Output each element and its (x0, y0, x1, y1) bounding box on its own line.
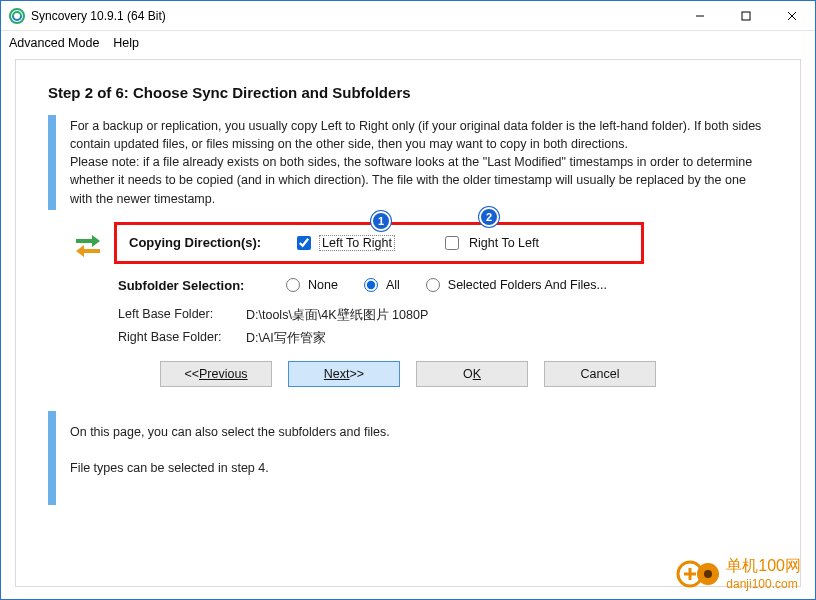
left-to-right-checkbox[interactable] (297, 236, 311, 250)
sync-arrows-icon (72, 227, 104, 259)
subfolder-all-radio[interactable] (364, 278, 378, 292)
step-title: Step 2 of 6: Choose Sync Direction and S… (48, 84, 768, 101)
maximize-button[interactable] (723, 1, 769, 31)
watermark-brand: 单机100网 (726, 556, 801, 577)
direction-row: 1 2 Copying Direction(s): Left To Right … (48, 222, 768, 264)
bottom-info-text: On this page, you can also select the su… (70, 411, 390, 505)
info-text: For a backup or replication, you usually… (70, 115, 768, 210)
wizard-panel: Step 2 of 6: Choose Sync Direction and S… (15, 59, 801, 587)
watermark-logo-icon (676, 558, 720, 590)
subfolder-row: Subfolder Selection: None All Selected F… (118, 278, 768, 293)
menu-help[interactable]: Help (113, 36, 139, 50)
subfolder-selected-label[interactable]: Selected Folders And Files... (448, 278, 607, 292)
minimize-button[interactable] (677, 1, 723, 31)
watermark-url: danji100.com (726, 577, 801, 591)
right-path-label: Right Base Folder: (118, 330, 246, 347)
close-button[interactable] (769, 1, 815, 31)
left-path-value: D:\tools\桌面\4K壁纸图片 1080P (246, 307, 428, 324)
annotation-badge-1: 1 (371, 211, 391, 231)
right-path-value: D:\AI写作管家 (246, 330, 326, 347)
left-to-right-label[interactable]: Left To Right (319, 235, 395, 251)
window-title: Syncovery 10.9.1 (64 Bit) (31, 9, 677, 23)
subfolder-none-label[interactable]: None (308, 278, 338, 292)
subfolder-none-radio[interactable] (286, 278, 300, 292)
direction-label: Copying Direction(s): (129, 235, 289, 250)
menu-advanced-mode[interactable]: Advanced Mode (9, 36, 99, 50)
menubar: Advanced Mode Help (1, 31, 815, 55)
annotation-badge-2: 2 (479, 207, 499, 227)
subfolder-all-label[interactable]: All (386, 278, 400, 292)
button-row: << Previous Next >> OK Cancel (48, 361, 768, 387)
right-to-left-label[interactable]: Right To Left (467, 236, 541, 250)
ok-button[interactable]: OK (416, 361, 528, 387)
subfolder-selected-radio[interactable] (426, 278, 440, 292)
right-to-left-checkbox[interactable] (445, 236, 459, 250)
info-accent-bar (48, 115, 56, 210)
svg-point-9 (704, 570, 712, 578)
svg-rect-2 (742, 12, 750, 20)
subfolder-label: Subfolder Selection: (118, 278, 278, 293)
left-path-row: Left Base Folder: D:\tools\桌面\4K壁纸图片 108… (118, 307, 768, 324)
left-path-label: Left Base Folder: (118, 307, 246, 324)
app-icon (9, 8, 25, 24)
info-block: For a backup or replication, you usually… (48, 115, 768, 210)
watermark: 单机100网 danji100.com (676, 556, 801, 591)
previous-button[interactable]: << Previous (160, 361, 272, 387)
cancel-button[interactable]: Cancel (544, 361, 656, 387)
bottom-info-block: On this page, you can also select the su… (48, 411, 768, 505)
titlebar: Syncovery 10.9.1 (64 Bit) (1, 1, 815, 31)
right-path-row: Right Base Folder: D:\AI写作管家 (118, 330, 768, 347)
bottom-accent-bar (48, 411, 56, 505)
next-button[interactable]: Next >> (288, 361, 400, 387)
direction-highlight-box: 1 2 Copying Direction(s): Left To Right … (114, 222, 644, 264)
